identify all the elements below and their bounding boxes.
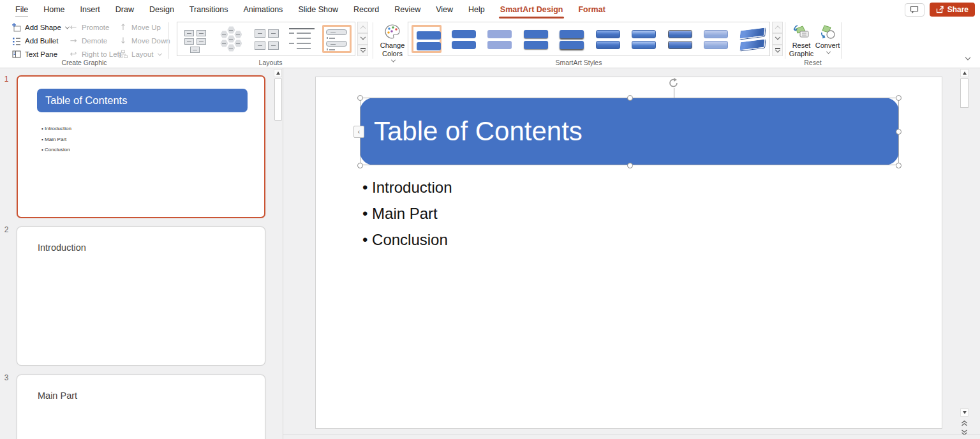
thumbnail-title: Main Part	[38, 391, 77, 401]
style-option-polished[interactable]	[592, 25, 622, 53]
share-button[interactable]: Share	[930, 3, 975, 17]
smartart-styles-gallery	[408, 22, 770, 56]
add-bullet-button[interactable]: Add Bullet	[11, 34, 58, 47]
smartart-title-shape[interactable]: Table of Contents	[360, 98, 899, 165]
convert-button[interactable]: Convert	[815, 21, 840, 63]
convert-dropdown-icon	[826, 50, 830, 54]
menu-bar: File Home Insert Draw Design Transitions…	[0, 0, 980, 19]
style-option-subtle-effect[interactable]	[484, 25, 514, 53]
resize-handle-bottom-right[interactable]	[896, 163, 902, 168]
triangle-up-icon	[276, 71, 280, 75]
layouts-scroll-down-button[interactable]	[357, 33, 368, 45]
share-button-label: Share	[947, 5, 969, 14]
rotate-handle[interactable]	[668, 77, 679, 89]
slide-1-number: 1	[1, 75, 11, 84]
thumbnail-bullet: Main Part	[41, 135, 71, 145]
smartart-title-text[interactable]: Table of Contents	[374, 116, 583, 147]
layout-option-hierarchy[interactable]	[181, 25, 210, 53]
tab-file[interactable]: File	[8, 0, 36, 19]
tab-design[interactable]: Design	[142, 0, 182, 19]
share-icon	[936, 6, 944, 13]
tab-draw[interactable]: Draw	[108, 0, 142, 19]
text-pane-icon	[11, 49, 22, 59]
resize-handle-top-right[interactable]	[896, 95, 902, 101]
group-layouts: Layouts	[168, 19, 373, 68]
tab-transitions[interactable]: Transitions	[182, 0, 236, 19]
change-colors-icon	[384, 21, 401, 40]
styles-scroll-up-button[interactable]	[772, 22, 783, 33]
tab-review[interactable]: Review	[387, 0, 428, 19]
rotate-handle-stem	[674, 88, 674, 98]
tab-view[interactable]: View	[428, 0, 461, 19]
group-smartart-styles: Change Colors SmartArt Styles	[373, 19, 785, 68]
scroll-up-button[interactable]	[960, 69, 969, 77]
slide-area-scrollbar[interactable]	[960, 68, 969, 439]
ribbon: Add Shape Add Bullet Text Pane ← Promote…	[0, 19, 980, 68]
change-colors-button[interactable]: Change Colors	[378, 21, 406, 63]
triangle-up-icon	[963, 71, 967, 75]
style-option-powder[interactable]	[700, 25, 730, 53]
next-slide-button[interactable]	[959, 428, 969, 436]
layout-icon	[118, 49, 128, 59]
panel-divider[interactable]	[283, 68, 283, 439]
tab-insert[interactable]: Insert	[73, 0, 108, 19]
slide-bullet[interactable]: Main Part	[362, 200, 452, 227]
add-shape-button[interactable]: Add Shape	[11, 21, 69, 34]
style-option-intense-effect[interactable]	[556, 25, 586, 53]
style-option-moderate-effect[interactable]	[520, 25, 550, 53]
tab-home[interactable]: Home	[36, 0, 72, 19]
add-bullet-icon	[11, 36, 22, 46]
comments-button[interactable]	[905, 3, 924, 17]
slide-bullet[interactable]: Introduction	[362, 174, 452, 200]
tab-slide-show[interactable]: Slide Show	[290, 0, 346, 19]
layouts-gallery	[177, 22, 355, 56]
layouts-gallery-more-button[interactable]	[357, 45, 368, 56]
layout-option-vertical-box-list[interactable]	[322, 25, 352, 53]
thumbnail-bullet-list: Introduction Main Part Conclusion	[41, 124, 71, 156]
tab-smartart-design[interactable]: SmartArt Design	[493, 0, 571, 19]
tab-animations[interactable]: Animations	[236, 0, 291, 19]
layout-option-alternating-hexagons[interactable]	[216, 25, 245, 53]
triangle-down-icon	[963, 411, 967, 414]
collapse-ribbon-button[interactable]	[962, 55, 974, 64]
group-label-create-graphic: Create Graphic	[0, 59, 168, 66]
style-option-3d-brick-scene[interactable]	[736, 25, 766, 53]
style-option-simple-fill[interactable]	[412, 25, 442, 53]
reset-graphic-button[interactable]: Reset Graphic	[787, 21, 815, 63]
tab-record[interactable]: Record	[346, 0, 387, 19]
styles-scroll-down-button[interactable]	[772, 33, 783, 45]
style-option-inset[interactable]	[628, 25, 658, 53]
resize-handle-bottom-left[interactable]	[357, 163, 363, 168]
slide-bullet-list[interactable]: Introduction Main Part Conclusion	[362, 174, 452, 253]
layout-option-grid-box-list[interactable]	[251, 25, 281, 53]
resize-handle-top-left[interactable]	[357, 95, 363, 101]
move-down-button: ↓ Move Down	[118, 34, 170, 47]
layouts-gallery-scroll	[357, 22, 368, 56]
scrollbar-thumb[interactable]	[960, 78, 969, 108]
slide-3-thumbnail[interactable]: Main Part	[17, 375, 265, 439]
layout-option-lined-list[interactable]	[286, 25, 316, 53]
group-separator	[841, 22, 842, 59]
layout-dropdown-icon	[157, 51, 161, 56]
group-reset: Reset Graphic Convert Reset	[785, 19, 841, 68]
style-option-white-outline[interactable]	[448, 25, 478, 53]
thumbnail-panel-scrollbar[interactable]	[274, 68, 282, 439]
style-option-cartoon[interactable]	[664, 25, 694, 53]
slide-1-thumbnail[interactable]: Table of Contents Introduction Main Part…	[17, 75, 265, 218]
tab-format[interactable]: Format	[570, 0, 612, 19]
ribbon-tabs: File Home Insert Draw Design Transitions…	[0, 0, 613, 19]
slide-2-thumbnail[interactable]: Introduction	[17, 227, 265, 366]
thumbnail-scrollbar-thumb[interactable]	[274, 78, 282, 121]
tab-help[interactable]: Help	[461, 0, 493, 19]
slide-canvas[interactable]: Table of Contents ‹ Introduction Main Pa…	[315, 77, 942, 429]
scroll-down-button[interactable]	[960, 408, 969, 417]
styles-gallery-more-button[interactable]	[772, 45, 783, 56]
thumbnail-scroll-up-button[interactable]	[274, 69, 282, 77]
layouts-scroll-up-button[interactable]	[357, 22, 368, 33]
slide-bullet[interactable]: Conclusion	[362, 227, 452, 253]
previous-slide-button[interactable]	[959, 419, 969, 428]
promote-icon: ←	[68, 22, 78, 33]
thumbnail-bullet: Introduction	[41, 124, 71, 135]
text-pane-toggle-button[interactable]: ‹	[353, 126, 364, 138]
comment-icon	[910, 6, 919, 13]
